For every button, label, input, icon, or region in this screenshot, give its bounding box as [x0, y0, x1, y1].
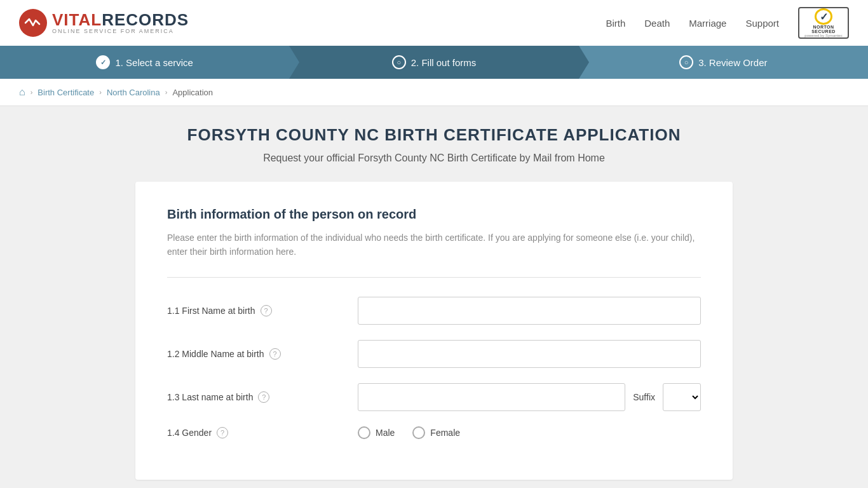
field-12-label: 1.2 Middle Name at birth ? — [167, 348, 345, 360]
field-12-input[interactable] — [358, 340, 701, 368]
step-2-arrow — [579, 46, 589, 79]
field-13-help[interactable]: ? — [258, 391, 269, 403]
form-card: Birth information of the person on recor… — [135, 182, 733, 480]
suffix-select[interactable]: Jr. Sr. II III IV — [663, 383, 701, 411]
field-13-input[interactable] — [358, 383, 625, 411]
nav-support[interactable]: Support — [745, 18, 779, 29]
nav-birth[interactable]: Birth — [606, 18, 625, 29]
field-14-help[interactable]: ? — [217, 427, 228, 438]
norton-secured: NORTON — [813, 25, 834, 29]
logo-records: RECORDS — [102, 10, 189, 29]
progress-bar: ✓ 1. Select a service ○ 2. Fill out form… — [0, 46, 868, 79]
step-2-circle: ○ — [392, 55, 406, 69]
breadcrumb-birth-certificate[interactable]: Birth Certificate — [37, 88, 94, 97]
field-14-row: 1.4 Gender ? Male Female — [167, 426, 701, 439]
breadcrumb-sep-1: › — [31, 88, 33, 96]
breadcrumb: ⌂ › Birth Certificate › North Carolina ›… — [0, 79, 868, 106]
field-13-label: 1.3 Last name at birth ? — [167, 391, 345, 403]
page-subtitle: Request your official Forsyth County NC … — [19, 152, 849, 164]
field-12-row: 1.2 Middle Name at birth ? — [167, 340, 701, 368]
norton-secured2: SECURED — [811, 29, 836, 34]
step-3-circle: ○ — [679, 55, 693, 69]
gender-male-option[interactable]: Male — [358, 426, 395, 439]
norton-check: ✓ — [815, 8, 832, 25]
step-1-arrow — [289, 46, 299, 79]
field-11-label: 1.1 First Name at birth ? — [167, 305, 345, 316]
gender-male-label: Male — [376, 428, 395, 438]
field-12-input-area — [358, 340, 701, 368]
logo-icon — [19, 9, 47, 37]
gender-male-circle — [358, 426, 370, 439]
field-13-row: 1.3 Last name at birth ? Suffix Jr. Sr. … — [167, 383, 701, 411]
field-14-input-area: Male Female — [358, 426, 701, 439]
logo-vital: VITAL — [52, 10, 102, 29]
step-2[interactable]: ○ 2. Fill out forms — [289, 46, 578, 79]
logo-tagline: ONLINE SERVICE FOR AMERICA — [52, 29, 189, 35]
nav-marriage[interactable]: Marriage — [689, 18, 726, 29]
breadcrumb-north-carolina[interactable]: North Carolina — [107, 88, 160, 97]
gender-female-option[interactable]: Female — [412, 426, 460, 439]
section-title: Birth information of the person on recor… — [167, 207, 701, 222]
step-3[interactable]: ○ 3. Review Order — [579, 46, 868, 79]
suffix-label: Suffix — [630, 383, 658, 411]
page-title: FORSYTH COUNTY NC BIRTH CERTIFICATE APPL… — [19, 125, 849, 145]
step-1-label: 1. Select a service — [115, 57, 193, 68]
home-icon[interactable]: ⌂ — [19, 86, 25, 98]
field-12-help[interactable]: ? — [269, 348, 281, 360]
norton-powered: powered by Symantec — [804, 34, 842, 37]
field-14-label: 1.4 Gender ? — [167, 427, 345, 438]
gender-female-label: Female — [430, 428, 460, 438]
step-3-label: 3. Review Order — [698, 57, 767, 68]
nav: Birth Death Marriage Support ✓ NORTON SE… — [606, 7, 849, 39]
logo: VITALRECORDS ONLINE SERVICE FOR AMERICA — [19, 9, 189, 37]
field-11-input-area — [358, 297, 701, 325]
section-desc: Please enter the birth information of th… — [167, 231, 701, 259]
gender-female-circle — [412, 426, 425, 439]
field-11-input[interactable] — [358, 297, 701, 325]
field-11-row: 1.1 First Name at birth ? — [167, 297, 701, 325]
header: VITALRECORDS ONLINE SERVICE FOR AMERICA … — [0, 0, 868, 46]
section-divider — [167, 277, 701, 278]
norton-badge: ✓ NORTON SECURED powered by Symantec — [798, 7, 849, 39]
nav-death[interactable]: Death — [644, 18, 670, 29]
breadcrumb-sep-2: › — [99, 88, 102, 96]
step-1[interactable]: ✓ 1. Select a service — [0, 46, 289, 79]
breadcrumb-sep-3: › — [165, 88, 168, 96]
gender-radio-group: Male Female — [358, 426, 460, 439]
field-13-input-area: Suffix Jr. Sr. II III IV — [358, 383, 701, 411]
breadcrumb-application: Application — [172, 88, 213, 97]
field-11-help[interactable]: ? — [261, 305, 272, 316]
step-2-label: 2. Fill out forms — [411, 57, 477, 68]
main: FORSYTH COUNTY NC BIRTH CERTIFICATE APPL… — [0, 106, 868, 488]
logo-text: VITALRECORDS ONLINE SERVICE FOR AMERICA — [52, 11, 189, 35]
step-1-circle: ✓ — [96, 55, 110, 69]
